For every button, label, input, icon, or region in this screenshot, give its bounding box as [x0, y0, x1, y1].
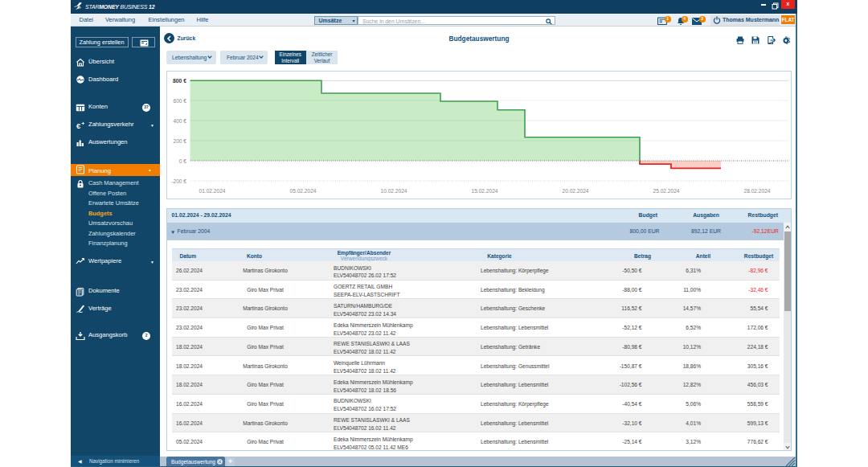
svg-text:01.02.2024: 01.02.2024 [199, 188, 225, 194]
svg-text:05.02.2024: 05.02.2024 [289, 188, 316, 194]
svg-text:10.02.2024: 10.02.2024 [380, 188, 407, 194]
svg-text:STARMONEY BUSINESS 12: STARMONEY BUSINESS 12 [85, 4, 155, 10]
svg-text:600 €: 600 € [173, 98, 186, 104]
svg-text:0 €: 0 € [179, 158, 186, 164]
svg-text:200 €: 200 € [173, 138, 186, 144]
svg-text:15.02.2024: 15.02.2024 [471, 188, 497, 194]
svg-text:28.02.2024: 28.02.2024 [743, 188, 770, 194]
svg-text:400 €: 400 € [173, 118, 186, 124]
svg-text:20.02.2024: 20.02.2024 [562, 188, 588, 194]
svg-text:800 €: 800 € [173, 78, 186, 84]
svg-text:25.02.2024: 25.02.2024 [653, 188, 679, 194]
svg-text:-200 €: -200 € [171, 178, 186, 184]
